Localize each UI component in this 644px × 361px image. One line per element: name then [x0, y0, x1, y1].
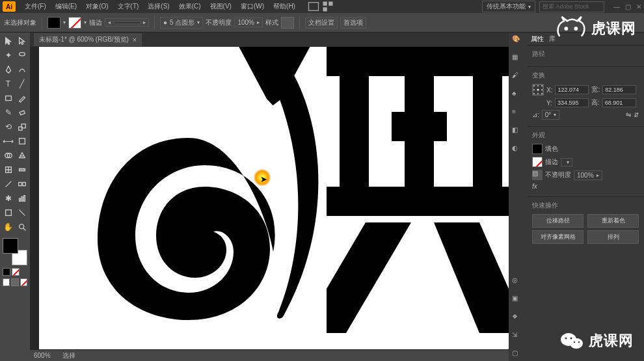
magic-wand-tool[interactable]: ✦: [1, 48, 15, 62]
curvature-tool[interactable]: [15, 62, 29, 77]
svg-rect-25: [473, 47, 502, 216]
svg-point-38: [575, 27, 577, 29]
lasso-tool[interactable]: [15, 48, 29, 62]
menu-type[interactable]: 文字(T): [114, 1, 143, 12]
stroke-color[interactable]: [532, 157, 543, 167]
fx-label[interactable]: fx: [532, 183, 537, 190]
appearance-panel-icon[interactable]: ◎: [512, 276, 524, 288]
draw-behind[interactable]: [11, 278, 18, 286]
blend-tool[interactable]: [15, 177, 29, 191]
width-input[interactable]: [602, 85, 636, 94]
eyedropper-tool[interactable]: [1, 177, 15, 191]
stroke-weight[interactable]: ▾: [561, 158, 572, 167]
flip-h-icon[interactable]: ⇋: [626, 111, 631, 118]
menu-help[interactable]: 帮助(H): [269, 1, 299, 12]
stroke-swatch[interactable]: [68, 17, 81, 29]
selection-tool[interactable]: [1, 34, 15, 48]
line-tool[interactable]: ╱: [15, 77, 29, 91]
free-transform-tool[interactable]: [15, 134, 29, 148]
flip-v-icon[interactable]: ⇵: [634, 111, 639, 118]
width-tool[interactable]: ⟷: [1, 134, 15, 148]
menu-effect[interactable]: 效果(C): [175, 1, 205, 12]
swatches-panel-icon[interactable]: ▦: [512, 53, 524, 65]
eraser-tool[interactable]: [15, 105, 29, 120]
symbol-sprayer-tool[interactable]: ✱: [1, 191, 15, 206]
close-tab-icon[interactable]: ×: [133, 36, 137, 44]
menu-edit[interactable]: 编辑(E): [51, 1, 81, 12]
opacity-input[interactable]: 100%▸: [234, 18, 263, 27]
mini-fill[interactable]: [3, 268, 10, 276]
style-label: 样式: [265, 18, 278, 27]
graphic-styles-panel-icon[interactable]: ▣: [512, 295, 524, 306]
hand-tool[interactable]: ✋: [1, 220, 15, 234]
offset-path-button[interactable]: 位移路径: [532, 214, 584, 228]
graph-tool[interactable]: [15, 191, 29, 206]
pen-tool[interactable]: [1, 62, 15, 77]
tab-properties[interactable]: 属性: [531, 34, 544, 44]
opacity-field[interactable]: 100%▸: [574, 170, 602, 180]
brushes-panel-icon[interactable]: 🖌: [512, 72, 524, 83]
menu-object[interactable]: 对象(O): [82, 1, 112, 12]
rotate-tool[interactable]: ⟲: [1, 120, 15, 134]
quick-actions-title: 快速操作: [532, 201, 639, 210]
y-input[interactable]: [555, 98, 589, 107]
rectangle-tool[interactable]: [1, 91, 15, 105]
search-input[interactable]: 搜索 Adobe Stock: [539, 1, 604, 12]
canvas[interactable]: ➤: [39, 47, 509, 349]
x-input[interactable]: [555, 85, 589, 94]
preferences-button[interactable]: 首选项: [340, 17, 366, 29]
paintbrush-tool[interactable]: [15, 91, 29, 105]
shaper-tool[interactable]: ✎: [1, 105, 15, 120]
watermark-text: 虎课网: [591, 19, 636, 38]
asset-export-panel-icon[interactable]: ⇲: [512, 331, 524, 343]
svg-point-29: [537, 85, 539, 87]
gradient-panel-icon[interactable]: ◧: [512, 126, 524, 138]
window-maximize-icon[interactable]: ▢: [625, 3, 631, 10]
draw-normal[interactable]: [3, 278, 10, 286]
workspace-selector[interactable]: 传统基本功能▾: [482, 1, 535, 12]
angle-input[interactable]: 0°▾: [542, 110, 560, 120]
symbols-panel-icon[interactable]: ♣: [512, 90, 524, 101]
menu-file[interactable]: 文件(F): [21, 1, 50, 12]
artboard-tool[interactable]: [1, 206, 15, 220]
reference-point-icon[interactable]: [532, 84, 544, 96]
slice-tool[interactable]: [15, 206, 29, 220]
arrange-button[interactable]: 排列: [587, 230, 639, 244]
shape-builder-tool[interactable]: [1, 148, 15, 163]
gradient-tool[interactable]: [15, 163, 29, 177]
menu-view[interactable]: 视图(V): [206, 1, 235, 12]
svg-point-32: [537, 89, 539, 91]
draw-inside[interactable]: [20, 278, 27, 286]
scale-tool[interactable]: [15, 120, 29, 134]
window-minimize-icon[interactable]: —: [613, 3, 620, 10]
window-close-icon[interactable]: ✕: [636, 3, 641, 10]
arrange-icon[interactable]: [321, 1, 334, 12]
zoom-level[interactable]: 600%: [34, 352, 51, 359]
style-swatch[interactable]: [281, 17, 294, 29]
layers-panel-icon[interactable]: ❖: [512, 313, 524, 325]
svg-point-35: [537, 93, 539, 94]
document-tab[interactable]: 未标题-1* @ 600% (RGB/预览) ×: [34, 33, 142, 46]
color-panel-icon[interactable]: 🎨: [512, 35, 524, 47]
zoom-tool[interactable]: [15, 220, 29, 234]
fill-swatch[interactable]: [47, 17, 60, 29]
type-tool[interactable]: T: [1, 77, 15, 91]
menu-select[interactable]: 选择(S): [144, 1, 173, 12]
mini-stroke[interactable]: [12, 268, 20, 276]
stroke-weight-input[interactable]: ◂▸: [105, 18, 149, 27]
bridge-icon[interactable]: [307, 1, 320, 12]
direct-selection-tool[interactable]: [15, 34, 29, 48]
fill-color[interactable]: [532, 144, 543, 154]
menu-window[interactable]: 窗口(W): [237, 1, 268, 12]
mesh-tool[interactable]: [1, 163, 15, 177]
artboards-panel-icon[interactable]: ▢: [512, 349, 524, 361]
recolor-button[interactable]: 重新着色: [587, 214, 639, 228]
transparency-panel-icon[interactable]: ◐: [512, 144, 524, 156]
brush-preset[interactable]: ● 5 点圆形 ▾: [160, 17, 203, 29]
align-pixel-button[interactable]: 对齐像素网格: [532, 230, 584, 244]
doc-setup-button[interactable]: 文档设置: [305, 17, 338, 29]
color-picker[interactable]: [1, 238, 30, 267]
stroke-panel-icon[interactable]: ≡: [512, 108, 524, 120]
height-input[interactable]: [602, 98, 636, 107]
perspective-tool[interactable]: [15, 148, 29, 163]
